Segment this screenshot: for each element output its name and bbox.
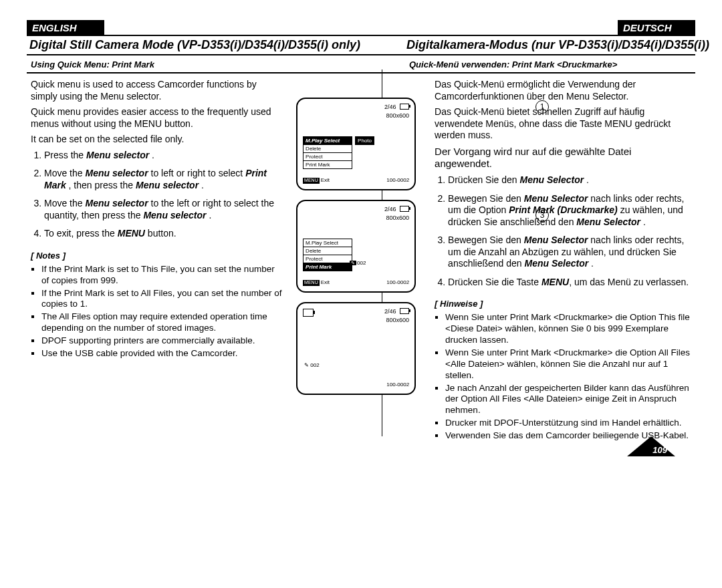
notes-head-deutsch: [ Hinweise ] <box>435 299 690 309</box>
notes-head-english: [ Notes ] <box>31 251 283 261</box>
step-2: Move the Menu selector to left or right … <box>44 168 283 191</box>
lang-bar-english: ENGLISH <box>27 20 104 35</box>
subhead-english: Using Quick Menu: Print Mark <box>27 55 396 72</box>
intro-para: It can be set on the selected file only. <box>31 134 283 146</box>
battery-icon <box>400 104 409 110</box>
file-number: 100-0002 <box>386 382 409 388</box>
screen-1: 2/46 800x600 M.Play Select Photo Delete … <box>296 98 416 190</box>
step-4: To exit, press the MENU button. <box>44 228 283 240</box>
column-english: Quick menu is used to access Camcorder f… <box>27 74 288 443</box>
print-icon: ✎ <box>350 261 356 265</box>
step-1: Press the Menu selector . <box>44 150 283 162</box>
steps-english: Press the Menu selector . Move the Menu … <box>31 150 283 240</box>
intro-para: Das Quick-Menü bietet schnellen Zugriff … <box>435 106 690 142</box>
battery-icon <box>400 308 409 314</box>
page-number: 109 <box>652 445 667 455</box>
menu-value-photo: Photo <box>355 136 374 145</box>
battery-icon <box>400 206 409 212</box>
note-item: If the Print Mark is set to All Files, y… <box>41 288 283 311</box>
menu-icon: MENU <box>303 178 320 184</box>
step-3: Bewegen Sie den Menu Selector nach links… <box>448 235 690 270</box>
print-icon: ✎ <box>304 362 310 368</box>
intro-para: Quick menu is used to access Camcorder f… <box>31 79 283 102</box>
file-number: 100-0002 <box>386 279 409 286</box>
title-deutsch: Digitalkamera-Modus (nur VP-D353(i)/D354… <box>393 36 712 54</box>
title-english: Digital Still Camera Mode (VP-D353(i)/D3… <box>27 36 393 54</box>
note-item: Wenn Sie unter Print Mark <Druckmarke> d… <box>445 312 690 346</box>
menu-item-mplay: M.Play Select <box>303 239 352 247</box>
note-item: Je nach Anzahl der gespeicherten Bilder … <box>445 383 690 417</box>
step-badge-3: 3 <box>535 208 549 222</box>
note-item: Use the USB cable provided with the Camc… <box>41 348 283 359</box>
menu-item-mplay: M.Play Select <box>303 136 352 144</box>
note-item: Drucker mit DPOF-Unterstützung sind im H… <box>445 418 690 429</box>
menu-item-protect: Protect <box>303 152 352 160</box>
column-deutsch: Das Quick-Menü ermöglicht die Verwendung… <box>425 74 695 443</box>
note-item: The All Files option may require extende… <box>41 311 283 334</box>
menu-item-protect: Protect <box>303 255 352 263</box>
note-item: Wenn Sie unter Print Mark <Druckmarke> d… <box>445 347 690 382</box>
step-2: Bewegen Sie den Menu Selector nach links… <box>448 193 690 229</box>
lang-bar-deutsch: DEUTSCH <box>618 20 695 35</box>
note-item: If the Print Mark is set to This File, y… <box>41 264 283 287</box>
menu-item-delete: Delete <box>303 144 352 152</box>
notes-list-english: If the Print Mark is set to This File, y… <box>31 264 283 359</box>
step-4: Drücken Sie die Taste MENU, um das Menü … <box>448 277 690 289</box>
intro-para: Das Quick-Menü ermöglicht die Verwendung… <box>435 79 690 102</box>
intro-para: Quick menu provides easier access to the… <box>31 106 283 130</box>
note-item: DPOF supporting printers are commerciall… <box>41 335 283 347</box>
screen-mockups: 1 3 2/46 800x600 M.Play Select Photo Del… <box>288 74 425 443</box>
step-3: Move the Menu selector to the left or ri… <box>44 198 283 221</box>
subhead-deutsch: Quick-Menü verwenden: Print Mark <Druckm… <box>396 55 695 72</box>
notes-list-deutsch: Wenn Sie unter Print Mark <Druckmarke> d… <box>435 312 690 442</box>
screen-result: 2/46 800x600 ✎ 002 100-0002 <box>296 302 416 395</box>
menu-item-printmark: Print Mark <box>303 263 352 271</box>
menu-item-delete: Delete <box>303 247 352 255</box>
file-number: 100-0002 <box>386 177 409 184</box>
step-badge-1: 1 <box>535 100 549 114</box>
battery-icon <box>303 309 314 317</box>
menu-icon: MENU <box>303 280 320 286</box>
steps-deutsch: Drücken Sie den Menu Selector . Bewegen … <box>435 174 690 288</box>
menu-item-printmark: Print Mark <box>303 160 352 169</box>
step-1: Drücken Sie den Menu Selector . <box>448 174 690 186</box>
intro-para: Der Vorgang wird nur auf die gewählte Da… <box>435 146 690 171</box>
screen-3: 2/46 800x600 M.Play Select Delete Protec… <box>296 200 416 293</box>
